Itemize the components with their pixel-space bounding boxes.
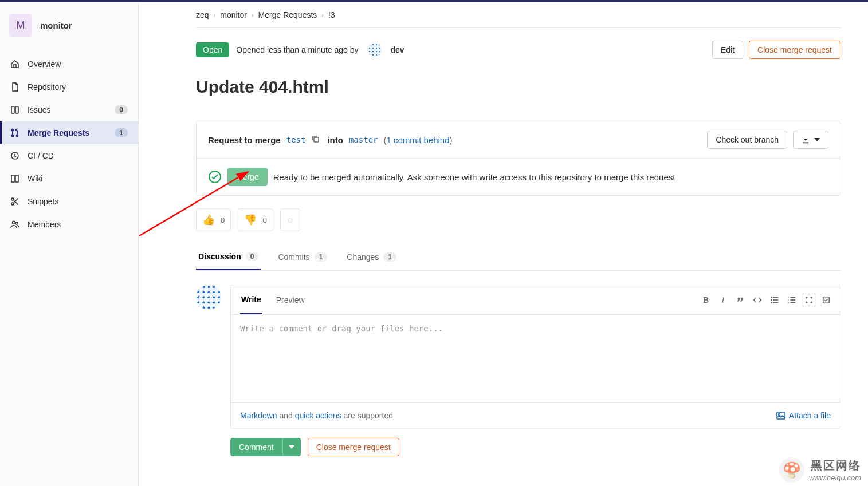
quick-actions-link[interactable]: quick actions [295, 411, 341, 420]
svg-point-7 [11, 203, 14, 205]
sidebar-item-label: CI / CD [28, 151, 128, 160]
italic-icon[interactable]: I [718, 295, 728, 305]
thumbs-down-count: 0 [262, 216, 266, 224]
edit-button[interactable]: Edit [712, 41, 743, 59]
comment-textarea[interactable] [231, 315, 840, 401]
tab-discussion[interactable]: Discussion 0 [196, 244, 261, 270]
smiley-icon: ☺ [286, 216, 294, 224]
task-list-icon[interactable] [822, 295, 831, 305]
issues-icon [10, 105, 19, 114]
sidebar-item-label: Repository [28, 82, 128, 92]
bullet-list-icon[interactable] [770, 295, 779, 305]
comment-dropdown-toggle[interactable] [282, 438, 301, 456]
rocket-icon [10, 151, 19, 160]
checkout-branch-button[interactable]: Check out branch [707, 131, 787, 149]
tab-changes[interactable]: Changes 1 [344, 244, 399, 270]
watermark-url: www.heiqu.com [809, 473, 861, 482]
tab-commits[interactable]: Commits 1 [276, 244, 329, 270]
copy-branch-icon[interactable] [311, 135, 321, 145]
tab-label: Changes [347, 252, 379, 262]
thumbs-down-button[interactable]: 👎 0 [238, 208, 273, 231]
svg-rect-10 [314, 137, 319, 142]
image-icon [776, 411, 785, 420]
breadcrumb-project[interactable]: monitor [220, 10, 247, 19]
watermark-title: 黑区网络 [809, 458, 861, 473]
book-icon [10, 174, 19, 183]
commits-count: 1 [315, 252, 328, 262]
sidebar: M monitor Overview Repository Issues 0 M… [0, 2, 139, 486]
svg-point-14 [771, 299, 772, 301]
sidebar-item-overview[interactable]: Overview [0, 53, 138, 76]
watermark: 🍄 黑区网络 www.heiqu.com [779, 457, 861, 483]
svg-point-8 [13, 222, 15, 224]
thumbs-down-icon: 👎 [244, 214, 257, 226]
code-icon[interactable] [753, 295, 762, 305]
project-avatar: M [9, 14, 32, 37]
scissors-icon [10, 197, 19, 206]
bold-icon[interactable]: B [701, 295, 710, 305]
users-icon [10, 220, 19, 229]
thumbs-up-count: 0 [221, 216, 225, 224]
sidebar-item-issues[interactable]: Issues 0 [0, 98, 138, 121]
add-reaction-button[interactable]: ☺ [280, 208, 301, 231]
thumbs-up-icon: 👍 [202, 214, 215, 226]
success-check-icon [208, 170, 222, 184]
thumbs-up-button[interactable]: 👍 0 [196, 208, 231, 231]
sidebar-item-repository[interactable]: Repository [0, 76, 138, 98]
watermark-logo-icon: 🍄 [779, 457, 804, 483]
tab-label: Discussion [198, 252, 241, 261]
award-row: 👍 0 👎 0 ☺ [196, 208, 840, 231]
merge-request-icon [10, 128, 19, 137]
numbered-list-icon[interactable]: 123 [787, 295, 796, 305]
sidebar-item-wiki[interactable]: Wiki [0, 167, 138, 190]
commits-behind-link[interactable]: 1 commit behind [387, 135, 450, 145]
svg-point-13 [771, 297, 772, 298]
author-link[interactable]: dev [391, 45, 404, 54]
editor-toolbar: B I 123 [701, 295, 831, 305]
sidebar-item-cicd[interactable]: CI / CD [0, 144, 138, 167]
markdown-link[interactable]: Markdown [240, 411, 277, 420]
markdown-help: Markdown and quick actions are supported [240, 411, 393, 420]
sidebar-item-members[interactable]: Members [0, 213, 138, 236]
quote-icon[interactable] [736, 295, 745, 305]
chevron-right-icon: › [321, 11, 324, 18]
svg-rect-24 [790, 302, 795, 303]
sidebar-item-label: Snippets [28, 197, 128, 206]
svg-rect-1 [15, 106, 18, 113]
comment-button[interactable]: Comment [230, 438, 282, 456]
author-avatar[interactable] [368, 43, 382, 57]
current-user-avatar[interactable] [196, 285, 221, 310]
attach-file-button[interactable]: Attach a file [776, 411, 831, 420]
file-icon [10, 82, 19, 92]
target-branch[interactable]: master [349, 135, 378, 144]
svg-point-9 [15, 222, 18, 224]
breadcrumb-group[interactable]: zeq [196, 10, 209, 19]
sidebar-item-snippets[interactable]: Snippets [0, 190, 138, 213]
merge-button[interactable]: Merge [227, 168, 268, 186]
write-tab[interactable]: Write [240, 286, 262, 314]
project-name: monitor [40, 21, 72, 30]
merge-box: Request to merge test into master (1 com… [196, 121, 840, 196]
svg-point-4 [17, 135, 18, 137]
breadcrumb-section[interactable]: Merge Requests [258, 10, 317, 19]
svg-rect-17 [773, 299, 778, 301]
opened-text: Opened less than a minute ago by [236, 45, 358, 54]
download-dropdown[interactable] [793, 131, 828, 149]
svg-rect-18 [773, 302, 778, 303]
mr-tabs: Discussion 0 Commits 1 Changes 1 [196, 244, 840, 271]
fullscreen-icon[interactable] [804, 295, 814, 305]
preview-tab[interactable]: Preview [275, 286, 306, 314]
svg-rect-23 [790, 299, 795, 301]
close-mr-button-bottom[interactable]: Close merge request [308, 438, 399, 456]
issues-count-badge: 0 [115, 105, 128, 114]
svg-text:3: 3 [788, 301, 790, 304]
project-header[interactable]: M monitor [0, 8, 138, 42]
svg-point-3 [12, 135, 14, 137]
comment-actions: Comment Close merge request [230, 438, 840, 456]
sidebar-item-merge-requests[interactable]: Merge Requests 1 [0, 121, 138, 144]
source-branch[interactable]: test [286, 135, 306, 144]
comment-button-group: Comment [230, 438, 301, 456]
svg-point-2 [12, 129, 14, 131]
request-to-merge-label: Request to merge [208, 135, 281, 145]
close-mr-button[interactable]: Close merge request [749, 41, 840, 59]
